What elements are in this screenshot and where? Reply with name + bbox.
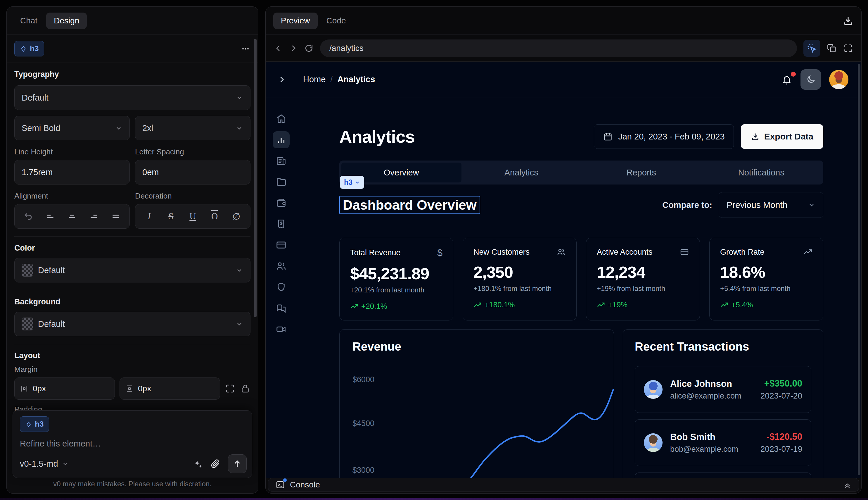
- dashboard-tabs: Overview Analytics Reports Notifications: [339, 160, 823, 184]
- sidebar-item-analytics[interactable]: [273, 131, 290, 148]
- sidebar-item-card[interactable]: [273, 237, 290, 253]
- margin-y-value: 0px: [138, 384, 151, 393]
- line-height-input[interactable]: 1.75rem: [14, 160, 130, 184]
- tab-preview[interactable]: Preview: [273, 13, 318, 29]
- preview-scrollbar[interactable]: [858, 64, 860, 475]
- section-title-selected[interactable]: Dashboard Overview: [339, 196, 480, 214]
- tab-design[interactable]: Design: [46, 13, 87, 29]
- sidebar-item-news[interactable]: [273, 152, 290, 169]
- sidebar-item-users[interactable]: [273, 258, 290, 275]
- date-range-value: Jan 20, 2023 - Feb 09, 2023: [618, 132, 725, 141]
- avatar[interactable]: [829, 70, 848, 89]
- sidebar-toggle-icon[interactable]: [277, 75, 286, 84]
- chevrons-up-icon[interactable]: [843, 480, 852, 489]
- more-menu-icon[interactable]: [241, 44, 251, 54]
- sidebar-item-receipt[interactable]: [273, 216, 290, 232]
- stat-title: Active Accounts: [597, 248, 652, 257]
- compare-select[interactable]: Previous Month: [719, 192, 823, 218]
- date-range-button[interactable]: Jan 20, 2023 - Feb 09, 2023: [594, 124, 733, 149]
- bottom-glow-bar: [0, 498, 868, 500]
- compare-value: Previous Month: [727, 200, 787, 210]
- selected-element-chip[interactable]: h3: [340, 176, 364, 189]
- select-element-button[interactable]: [803, 40, 820, 57]
- text-reset-icon[interactable]: [24, 212, 33, 221]
- lock-icon[interactable]: [240, 383, 251, 394]
- transaction-name: Alice Johnson: [670, 379, 741, 389]
- breadcrumb-home[interactable]: Home: [303, 75, 326, 84]
- refine-input[interactable]: Refine this element…: [20, 439, 245, 448]
- stat-card-total-revenue: Total Revenue$ $45,231.89 +20.1% from la…: [339, 238, 453, 320]
- align-center-icon[interactable]: [67, 212, 77, 221]
- copy-icon[interactable]: [827, 43, 837, 53]
- sidebar-item-messages[interactable]: [273, 300, 290, 317]
- refresh-icon[interactable]: [304, 44, 314, 53]
- strikethrough-icon[interactable]: S: [164, 211, 177, 221]
- transaction-row: [635, 473, 811, 478]
- margin-x-input[interactable]: 0px: [14, 377, 115, 400]
- model-select[interactable]: v0-1.5-md: [20, 459, 69, 469]
- export-label: Export Data: [764, 132, 813, 141]
- dollar-icon: $: [437, 247, 442, 258]
- sidebar-item-security[interactable]: [273, 279, 290, 296]
- fullscreen-icon[interactable]: [843, 43, 853, 53]
- expand-icon[interactable]: [225, 383, 235, 394]
- console-label: Console: [290, 480, 320, 489]
- element-badge[interactable]: h3: [14, 41, 44, 56]
- trending-up-icon: [473, 301, 482, 309]
- sidebar-item-video[interactable]: [273, 321, 290, 338]
- underline-icon[interactable]: U: [186, 211, 199, 221]
- line-height-label: Line Height: [14, 147, 130, 157]
- download-icon[interactable]: [843, 15, 854, 26]
- letter-spacing-input[interactable]: 0em: [135, 160, 251, 184]
- align-left-icon[interactable]: [46, 212, 55, 221]
- console-bar[interactable]: Console: [268, 478, 859, 491]
- align-right-icon[interactable]: [89, 212, 99, 221]
- stat-trend-value: +20.1%: [361, 302, 387, 311]
- back-icon[interactable]: [274, 44, 282, 53]
- send-button[interactable]: [228, 454, 247, 473]
- theme-toggle-button[interactable]: [800, 69, 821, 90]
- forward-icon[interactable]: [289, 44, 298, 53]
- url-input[interactable]: /analytics: [320, 39, 797, 57]
- margin-x-icon: [20, 384, 28, 393]
- sidebar-item-home[interactable]: [273, 110, 290, 127]
- selected-element-row: h3: [7, 35, 258, 63]
- transaction-row[interactable]: Alice Johnson alice@example.com +$350.00…: [635, 366, 811, 413]
- tab-reports[interactable]: Reports: [581, 162, 702, 182]
- notifications-bell-icon[interactable]: [781, 74, 792, 85]
- tab-notifications[interactable]: Notifications: [702, 162, 822, 182]
- transparent-swatch-icon: [22, 264, 33, 276]
- align-justify-icon[interactable]: [111, 212, 120, 221]
- transaction-email: bob@example.com: [670, 445, 738, 454]
- sparkles-icon[interactable]: [192, 458, 203, 469]
- notification-dot: [791, 72, 796, 77]
- tab-code[interactable]: Code: [321, 13, 352, 29]
- margin-y-input[interactable]: 0px: [119, 377, 220, 400]
- font-weight-select[interactable]: Semi Bold: [14, 116, 130, 140]
- left-panel-scrollbar[interactable]: [254, 39, 257, 317]
- overline-icon[interactable]: O: [208, 211, 221, 221]
- export-data-button[interactable]: Export Data: [741, 124, 823, 149]
- stat-title: Total Revenue: [350, 248, 401, 257]
- letter-spacing-value: 0em: [142, 168, 159, 177]
- alignment-label: Alignment: [14, 192, 130, 201]
- preview-url-bar: /analytics: [266, 35, 861, 62]
- color-select[interactable]: Default: [14, 258, 251, 283]
- sidebar-item-wallet[interactable]: [273, 194, 290, 212]
- transaction-row[interactable]: Bob Smith bob@example.com -$120.50 2023-…: [635, 419, 811, 466]
- color-label: Color: [14, 243, 251, 253]
- paperclip-icon[interactable]: [210, 459, 220, 469]
- composer-element-badge[interactable]: h3: [20, 416, 49, 432]
- background-select[interactable]: Default: [14, 312, 251, 336]
- tab-chat[interactable]: Chat: [14, 13, 43, 29]
- tab-analytics[interactable]: Analytics: [462, 162, 582, 182]
- sidebar-item-folder[interactable]: [273, 173, 290, 190]
- typography-section: Typography Default Semi Bold 2xl: [14, 63, 251, 237]
- italic-icon[interactable]: I: [143, 211, 155, 221]
- font-family-select[interactable]: Default: [14, 86, 251, 110]
- trending-up-icon: [803, 247, 812, 257]
- no-decoration-icon[interactable]: ∅: [230, 211, 243, 222]
- font-size-select[interactable]: 2xl: [135, 116, 251, 140]
- stat-trend-value: +19%: [608, 300, 627, 309]
- background-value: Default: [38, 319, 65, 329]
